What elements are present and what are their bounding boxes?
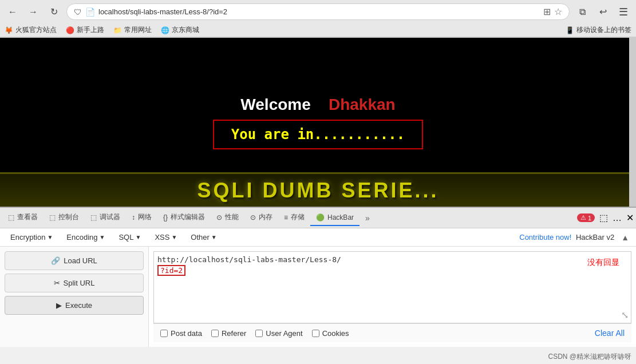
error-icon: ⚠ [580,214,586,221]
hackbar-left-panel: 🔗 Load URL ✂ Split URL ▶ Execute [0,247,149,347]
inspector-icon: ⬚ [8,213,14,221]
devtools-tab-storage[interactable]: ≡ 存储 [278,209,310,227]
referer-input[interactable] [211,330,219,337]
xss-menu[interactable]: XSS ▼ [151,232,180,243]
qr-icon[interactable]: ⊞ [543,6,551,17]
network-label: 网络 [138,212,152,222]
bookmark-star-icon[interactable]: ☆ [554,6,562,17]
contribute-text: Contribute now! [519,233,571,242]
post-data-label: Post data [171,329,202,338]
other-menu[interactable]: Other ▼ [187,232,220,243]
welcome-name: Dhakkan [329,96,396,113]
bookmark-beginner-label: 新手上路 [77,25,104,35]
scrollbar-right[interactable] [629,38,636,207]
hackbar-tab-label: HackBar [327,213,354,221]
hackbar-bottom-bar: Post data Referer User Agent Cookies Cle… [153,323,631,342]
refresh-button[interactable]: ↻ [46,4,62,20]
back-button[interactable]: ← [5,4,21,20]
security-icon: 🛡 [74,7,82,17]
globe-icon: 🌐 [161,26,169,34]
extensions-button[interactable]: ⧉ [574,4,590,20]
post-data-checkbox[interactable]: Post data [160,329,202,338]
mobile-bookmarks[interactable]: 📱 移动设备上的书签 [566,25,631,35]
hackbar-contribute[interactable]: Contribute now! HackBar v2 [519,233,614,242]
load-url-icon: 🔗 [51,256,60,265]
url-line2: ?id=2 [157,265,185,276]
devtools-right: ⚠ 1 ⬚ … ✕ [577,212,634,223]
style-icon: {} [163,213,168,221]
hackbar-dot-icon: 🟢 [316,213,325,221]
post-data-input[interactable] [160,330,168,337]
devtools-tab-bar: ⬚ 查看器 ⬚ 控制台 ⬚ 调试器 ↕ 网络 {} 样式编辑器 ⊙ 性能 ⊙ 内… [0,208,636,228]
load-url-label: Load URL [64,256,97,265]
network-icon: ↕ [132,213,135,221]
user-agent-input[interactable] [255,330,263,337]
mobile-icon: 📱 [566,26,574,34]
performance-label: 性能 [225,212,239,222]
devtools-tab-debugger[interactable]: ⬚ 调试器 [85,209,126,227]
debugger-label: 调试器 [100,212,120,222]
bookmark-beginner[interactable]: 🔴 新手上路 [66,25,104,35]
devtools-tab-network[interactable]: ↕ 网络 [126,209,157,227]
error-badge[interactable]: ⚠ 1 [577,213,595,222]
cookies-input[interactable] [312,330,319,337]
clear-all-button[interactable]: Clear All [595,329,625,338]
split-url-icon: ✂ [54,279,60,287]
devtools-tab-performance[interactable]: ⊙ 性能 [211,209,244,227]
devtools-tab-console[interactable]: ⬚ 控制台 [44,209,85,227]
bookmark-common-label: 常用网址 [124,25,152,35]
folder-icon: 📁 [113,26,122,34]
devtools-tab-hackbar[interactable]: 🟢 HackBar [310,210,360,226]
undo-button[interactable]: ↩ [595,4,611,20]
devtools-tab-memory[interactable]: ⊙ 内存 [244,209,278,227]
encoding-chevron: ▼ [100,234,105,240]
memory-icon: ⊙ [250,213,256,221]
forward-button[interactable]: → [25,4,41,20]
cookies-label: Cookies [322,329,349,338]
style-label: 样式编辑器 [171,212,205,222]
encoding-menu[interactable]: Encoding ▼ [63,232,108,243]
user-agent-label: User Agent [266,329,302,338]
user-agent-checkbox[interactable]: User Agent [255,329,302,338]
execute-button[interactable]: ▶ Execute [5,296,144,315]
bookmarks-bar: 🦊 火狐官方站点 🔴 新手上路 📁 常用网址 🌐 京东商城 📱 移动设备上的书签 [0,23,636,37]
no-response-label: 没有回显 [587,258,619,268]
bookmark-jd-label: 京东商城 [172,25,199,35]
hackbar-collapse-icon[interactable]: ▲ [621,233,629,242]
address-input[interactable] [98,7,540,16]
inspector-label: 查看器 [17,212,38,222]
dock-icon[interactable]: ⬚ [599,212,608,223]
bookmark-common[interactable]: 📁 常用网址 [113,25,152,35]
cookies-checkbox[interactable]: Cookies [312,329,349,338]
devtools-panel: ⬚ 查看器 ⬚ 控制台 ⬚ 调试器 ↕ 网络 {} 样式编辑器 ⊙ 性能 ⊙ 内… [0,207,636,347]
more-options-icon[interactable]: … [613,213,622,223]
devtools-tab-style[interactable]: {} 样式编辑器 [157,209,211,227]
execute-label: Execute [65,301,92,310]
xss-chevron: ▼ [171,234,177,240]
referer-checkbox[interactable]: Referer [211,329,246,338]
url-display-area[interactable]: http://localhost/sqli-labs-master/Less-8… [153,251,631,323]
referer-label: Referer [222,329,246,338]
storage-icon: ≡ [284,213,288,221]
encryption-menu[interactable]: Encryption ▼ [7,232,56,243]
memory-label: 内存 [259,212,272,222]
banner-text: SQLI DUMB SERIE... [197,179,439,203]
sql-label: SQL [118,233,133,242]
bookmark-firefox[interactable]: 🦊 火狐官方站点 [5,25,57,35]
address-bar-wrapper: 🛡 📄 ⊞ ☆ [66,3,570,20]
load-url-button[interactable]: 🔗 Load URL [5,251,144,270]
encoding-label: Encoding [66,233,97,242]
resize-handle[interactable]: ⤡ [621,310,629,321]
devtools-more-button[interactable]: » [362,211,373,225]
split-url-button[interactable]: ✂ Split URL [5,274,144,292]
close-devtools-icon[interactable]: ✕ [626,212,634,223]
firefox-icon: 🦊 [5,26,13,34]
xss-label: XSS [155,233,169,242]
storage-label: 存储 [291,212,305,222]
page-icon: 📄 [85,7,95,17]
sql-menu[interactable]: SQL ▼ [115,232,144,243]
bookmark-jd[interactable]: 🌐 京东商城 [161,25,199,35]
menu-button[interactable]: ☰ [615,4,631,20]
sqli-banner: SQLI DUMB SERIE... [0,172,636,207]
devtools-tab-inspector[interactable]: ⬚ 查看器 [2,209,44,227]
